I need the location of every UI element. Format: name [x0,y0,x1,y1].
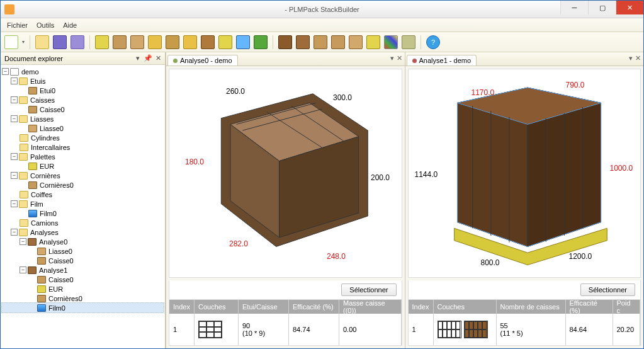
tree-item[interactable]: Analyse1 [39,266,67,274]
tree-item[interactable]: Camions [31,219,58,227]
tool-truck-icon[interactable] [254,35,268,49]
dim-label: 1000.0 [610,164,633,173]
col-header[interactable]: Masse caisse ((0)) [339,300,402,314]
menu-tools[interactable]: Outils [37,21,54,29]
tree-item[interactable]: EUR [40,163,54,170]
panel-drop-icon[interactable]: ▾ [133,54,142,63]
table-row[interactable]: 1 90(10 * 9) 84.74 0.00 [169,314,402,345]
tree-item[interactable]: Film [30,200,43,208]
maximize-button[interactable]: ▢ [588,1,616,14]
dim-label: 1170.0 [472,88,495,97]
col-header[interactable]: Etui/Caisse [239,300,289,314]
new-icon[interactable] [4,35,18,49]
tree-item[interactable]: Etuis [30,77,45,85]
tool-cylinder-icon[interactable] [148,35,162,49]
tool-analysis5-icon[interactable] [349,35,363,49]
dim-label: 180.0 [185,157,204,166]
col-header[interactable]: Efficacité (%) [289,300,339,314]
pattern-icon [464,321,488,338]
tool-film-icon[interactable] [236,35,250,49]
panel-title: Document explorer [4,55,63,62]
tree-item[interactable]: Caisse0 [48,257,74,265]
toolbar: ▾ ? [1,32,643,52]
cell: 1 [409,314,434,345]
col-header[interactable]: Couches [434,300,497,314]
tree[interactable]: −demo −Etuis Etui0 −Caisses Caisse0 −Lia… [1,65,165,348]
minimize-button[interactable]: ─ [560,1,588,14]
menu-help[interactable]: Aide [63,21,77,29]
tool-pallet2-icon[interactable] [201,35,215,49]
tree-item[interactable]: Coiffes [31,191,52,198]
tool-analysis3-icon[interactable] [314,35,327,49]
app-icon [4,4,14,14]
tab-drop-icon[interactable]: ▾ [390,54,394,62]
select-button[interactable]: Sélectionner [580,283,635,296]
tree-item[interactable]: Cornières [30,172,60,180]
tool-box1-icon[interactable] [113,35,127,49]
tool-flat-icon[interactable] [166,35,179,49]
tree-item[interactable]: Liasse0 [40,125,64,132]
svg-marker-10 [457,103,528,246]
tool-analysis4-icon[interactable] [331,35,345,49]
tree-item[interactable]: Intercallaires [31,144,70,151]
col-header[interactable]: Couches [195,300,239,314]
tool-analysis1-icon[interactable] [278,35,292,49]
panel-pin-icon[interactable]: 📌 [144,54,152,63]
dim-label: 790.0 [566,81,585,89]
tool-box2-icon[interactable] [130,35,144,49]
help-icon[interactable]: ? [426,35,440,49]
tool-db-icon[interactable] [402,35,415,49]
tab-close-icon[interactable]: ✕ [635,54,641,62]
saveall-icon[interactable] [71,35,84,49]
tree-item[interactable]: Etui0 [40,87,55,94]
open-icon[interactable] [35,35,49,49]
col-header[interactable]: Index [169,300,195,314]
tree-item[interactable]: Caisses [30,96,55,104]
tool-analysis2-icon[interactable] [296,35,310,49]
tab-close-icon[interactable]: ✕ [397,54,402,62]
tree-item[interactable]: Caisse0 [48,276,74,283]
tree-item[interactable]: Liasse0 [48,248,72,255]
tab-drop-icon[interactable]: ▾ [629,54,633,62]
cell: 1 [169,314,195,345]
col-header[interactable]: Nombre de caisses [497,300,566,314]
tool-rubik-icon[interactable] [384,35,398,49]
tree-item[interactable]: Analyse0 [39,238,67,246]
pattern-icon [438,321,461,338]
tool-etui-icon[interactable] [95,35,109,49]
dim-label: 200.0 [371,173,390,182]
tab-analyse1[interactable]: Analyse1 - demo [407,55,477,66]
col-header[interactable]: Efficacité (%) [566,300,613,314]
menu-file[interactable]: Fichier [7,21,28,29]
cell: 90 [242,322,250,329]
tree-item[interactable]: EUR [48,285,63,293]
col-header[interactable]: Poid c [613,300,641,314]
tree-item[interactable]: Liasses [30,115,54,123]
tree-item[interactable]: Film0 [40,210,57,217]
cell: (11 * 5) [500,329,523,337]
panel-close-icon[interactable]: ✕ [154,54,162,63]
tree-item-selected[interactable]: Film0 [48,304,65,312]
col-header[interactable]: Index [409,300,434,314]
tree-item[interactable]: Cylindres [31,134,60,142]
tool-pallet3-icon[interactable] [218,35,232,49]
tree-item[interactable]: Cornières0 [40,181,74,189]
viewport-analyse1[interactable]: 1170.0 790.0 1000.0 1144.0 800.0 1200.0 [408,69,641,278]
tree-item[interactable]: Palettes [30,153,55,161]
pattern-icon [198,321,222,338]
tree-item[interactable]: Caisse0 [40,106,65,113]
tree-root[interactable]: demo [21,68,39,76]
tree-item[interactable]: Analyses [30,229,59,236]
close-button[interactable]: ✕ [616,1,643,14]
viewport-analyse0[interactable]: 260.0 300.0 180.0 200.0 282.0 248.0 [169,69,402,278]
tree-item[interactable]: Cornières0 [48,295,82,302]
table-row[interactable]: 1 55(11 * 5) 84.64 20.20 [409,314,641,345]
tool-pallet1-icon[interactable] [183,35,197,49]
window-title: - PLMPack StackBuilder [285,6,359,13]
tab-analyse0[interactable]: Analyse0 - demo [167,55,238,66]
select-button[interactable]: Sélectionner [341,283,396,296]
cell: 84.74 [289,314,339,345]
dim-label: 800.0 [481,258,500,267]
tool-abcd-icon[interactable] [366,35,380,49]
save-icon[interactable] [53,35,67,49]
